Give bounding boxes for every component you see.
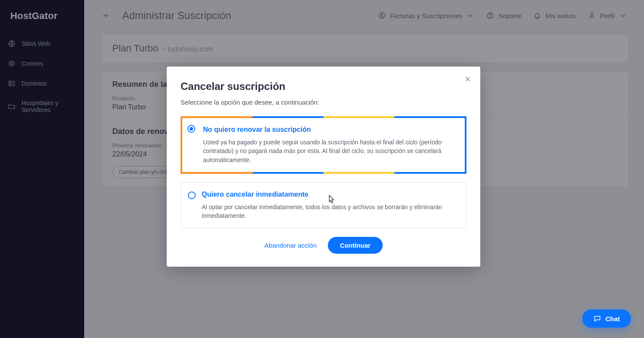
modal-actions: Abandonar acción Continuar [181,237,466,254]
option-no-renew[interactable]: No quiero renovar la suscripción Usted y… [181,116,466,174]
modal-title: Cancelar suscripción [181,80,466,92]
option-cancel-now[interactable]: Quiero cancelar inmediatamente Al optar … [181,182,466,229]
option-title: No quiero renovar la suscripción [203,126,456,134]
option-title: Quiero cancelar inmediatamente [202,191,457,198]
chat-icon [593,315,601,322]
chat-label: Chat [606,315,620,322]
chat-button[interactable]: Chat [582,309,631,328]
close-icon[interactable] [462,73,473,85]
radio-unselected-icon[interactable] [188,191,196,199]
option-desc: Usted ya ha pagado y puede seguir usando… [203,138,456,164]
abandon-button[interactable]: Abandonar acción [264,242,317,249]
cancel-subscription-modal: Cancelar suscripción Seleccione la opció… [167,67,480,267]
radio-selected-icon[interactable] [187,125,195,133]
option-desc: Al optar por cancelar inmediatamente, to… [202,203,457,220]
modal-subtitle: Seleccione la opción que desee, a contin… [181,99,466,106]
continue-button[interactable]: Continuar [328,237,383,254]
